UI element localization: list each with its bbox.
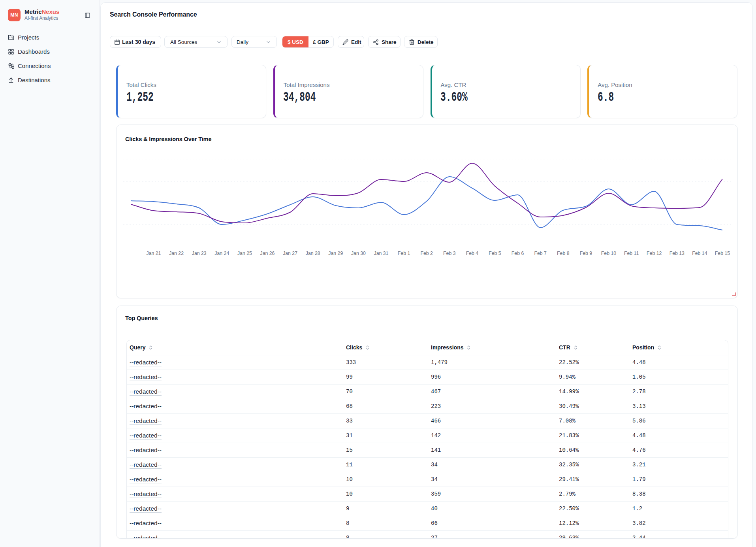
svg-text:Feb 12: Feb 12 (647, 251, 662, 256)
svg-text:Feb 8: Feb 8 (557, 251, 570, 256)
svg-text:Jan 28: Jan 28 (306, 251, 320, 256)
svg-text:Feb 9: Feb 9 (580, 251, 592, 256)
svg-text:Jan 26: Jan 26 (260, 251, 275, 256)
svg-text:Feb 2: Feb 2 (420, 251, 433, 256)
svg-text:Jan 24: Jan 24 (214, 251, 229, 256)
svg-text:Jan 30: Jan 30 (351, 251, 366, 256)
svg-text:Jan 27: Jan 27 (283, 251, 297, 256)
svg-text:Jan 22: Jan 22 (169, 251, 184, 256)
svg-text:Jan 23: Jan 23 (192, 251, 207, 256)
svg-text:Feb 1: Feb 1 (398, 251, 410, 256)
svg-text:Feb 7: Feb 7 (534, 251, 547, 256)
svg-text:Feb 4: Feb 4 (466, 251, 479, 256)
svg-text:Feb 10: Feb 10 (601, 251, 616, 256)
svg-text:Feb 15: Feb 15 (715, 251, 730, 256)
svg-text:Feb 5: Feb 5 (489, 251, 501, 256)
svg-text:Jan 25: Jan 25 (237, 251, 252, 256)
svg-text:Feb 11: Feb 11 (624, 251, 639, 256)
svg-text:Feb 3: Feb 3 (443, 251, 456, 256)
svg-text:Jan 29: Jan 29 (328, 251, 343, 256)
svg-text:Feb 6: Feb 6 (512, 251, 524, 256)
svg-text:Jan 21: Jan 21 (147, 251, 161, 256)
svg-text:Feb 14: Feb 14 (692, 251, 707, 256)
svg-text:Feb 13: Feb 13 (669, 251, 685, 256)
svg-text:Jan 31: Jan 31 (374, 251, 389, 256)
